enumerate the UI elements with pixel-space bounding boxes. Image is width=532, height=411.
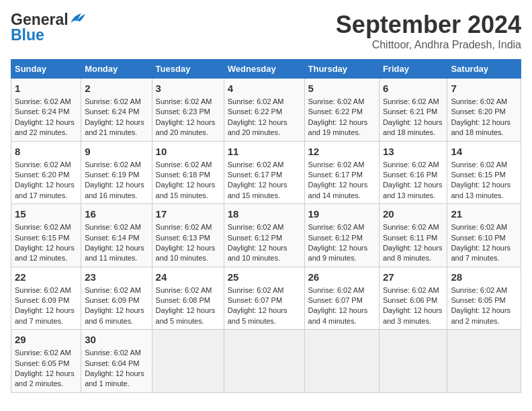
daylight-label: Daylight: 12 hours and 15 minutes. <box>228 181 287 199</box>
empty-cell <box>224 330 304 393</box>
day-number: 22 <box>15 270 77 284</box>
day-number: 7 <box>451 81 517 95</box>
sunset-label: Sunset: 6:12 PM <box>228 234 282 242</box>
sunrise-label: Sunrise: 6:02 AM <box>15 161 71 169</box>
logo-bird-icon <box>69 12 87 26</box>
daylight-label: Daylight: 12 hours and 1 minute. <box>85 369 144 387</box>
page-title: September 2024 <box>336 11 521 39</box>
sunset-label: Sunset: 6:09 PM <box>85 296 139 304</box>
sunset-label: Sunset: 6:07 PM <box>308 296 363 304</box>
calendar-cell: 14 Sunrise: 6:02 AM Sunset: 6:15 PM Dayl… <box>447 141 521 204</box>
sunrise-label: Sunrise: 6:02 AM <box>85 161 141 169</box>
sunset-label: Sunset: 6:12 PM <box>308 234 363 242</box>
daylight-label: Daylight: 12 hours and 9 minutes. <box>308 244 368 262</box>
daylight-label: Daylight: 12 hours and 2 minutes. <box>451 306 511 324</box>
calendar-cell: 18 Sunrise: 6:02 AM Sunset: 6:12 PM Dayl… <box>224 204 304 267</box>
sunrise-label: Sunrise: 6:02 AM <box>451 97 507 105</box>
day-number: 20 <box>383 207 444 221</box>
calendar-cell: 2 Sunrise: 6:02 AM Sunset: 6:24 PM Dayli… <box>81 79 152 142</box>
sunrise-label: Sunrise: 6:02 AM <box>85 286 141 294</box>
sunset-label: Sunset: 6:07 PM <box>228 296 282 304</box>
day-number: 27 <box>383 270 444 284</box>
sunrise-label: Sunrise: 6:02 AM <box>308 286 365 294</box>
col-friday: Friday <box>379 60 447 79</box>
daylight-label: Daylight: 12 hours and 18 minutes. <box>451 118 511 136</box>
calendar-cell: 15 Sunrise: 6:02 AM Sunset: 6:15 PM Dayl… <box>11 204 81 267</box>
calendar-cell: 27 Sunrise: 6:02 AM Sunset: 6:06 PM Dayl… <box>379 267 447 330</box>
calendar-cell: 4 Sunrise: 6:02 AM Sunset: 6:22 PM Dayli… <box>224 79 304 142</box>
daylight-label: Daylight: 12 hours and 15 minutes. <box>156 181 216 199</box>
calendar-row: 1 Sunrise: 6:02 AM Sunset: 6:24 PM Dayli… <box>11 79 521 142</box>
page-header: General Blue September 2024 Chittoor, An… <box>11 11 521 51</box>
calendar-cell: 6 Sunrise: 6:02 AM Sunset: 6:21 PM Dayli… <box>379 79 447 142</box>
daylight-label: Daylight: 12 hours and 17 minutes. <box>15 181 75 199</box>
day-number: 17 <box>156 207 220 221</box>
daylight-label: Daylight: 12 hours and 22 minutes. <box>15 118 75 136</box>
calendar-cell: 28 Sunrise: 6:02 AM Sunset: 6:05 PM Dayl… <box>447 267 521 330</box>
col-wednesday: Wednesday <box>224 60 304 79</box>
sunset-label: Sunset: 6:10 PM <box>451 234 505 242</box>
day-number: 24 <box>156 270 220 284</box>
calendar-cell: 22 Sunrise: 6:02 AM Sunset: 6:09 PM Dayl… <box>11 267 81 330</box>
daylight-label: Daylight: 12 hours and 2 minutes. <box>15 369 75 387</box>
calendar-row: 29 Sunrise: 6:02 AM Sunset: 6:05 PM Dayl… <box>11 330 521 393</box>
sunset-label: Sunset: 6:05 PM <box>451 296 505 304</box>
day-number: 19 <box>308 207 375 221</box>
daylight-label: Daylight: 12 hours and 8 minutes. <box>383 244 443 262</box>
day-number: 25 <box>228 270 301 284</box>
calendar-cell: 20 Sunrise: 6:02 AM Sunset: 6:11 PM Dayl… <box>379 204 447 267</box>
day-number: 3 <box>156 81 220 95</box>
sunset-label: Sunset: 6:05 PM <box>15 359 69 367</box>
daylight-label: Daylight: 12 hours and 5 minutes. <box>156 306 216 324</box>
col-monday: Monday <box>81 60 152 79</box>
calendar-cell: 29 Sunrise: 6:02 AM Sunset: 6:05 PM Dayl… <box>11 330 81 393</box>
sunrise-label: Sunrise: 6:02 AM <box>383 223 439 231</box>
sunrise-label: Sunrise: 6:02 AM <box>451 161 507 169</box>
sunrise-label: Sunrise: 6:02 AM <box>228 161 284 169</box>
sunset-label: Sunset: 6:15 PM <box>451 171 505 179</box>
sunrise-label: Sunrise: 6:02 AM <box>451 223 507 231</box>
day-number: 16 <box>85 207 148 221</box>
day-number: 28 <box>451 270 517 284</box>
day-number: 30 <box>85 332 148 347</box>
day-number: 12 <box>308 144 375 158</box>
sunrise-label: Sunrise: 6:02 AM <box>15 349 71 357</box>
sunrise-label: Sunrise: 6:02 AM <box>308 161 365 169</box>
sunrise-label: Sunrise: 6:02 AM <box>15 97 71 105</box>
calendar-row: 8 Sunrise: 6:02 AM Sunset: 6:20 PM Dayli… <box>11 141 521 204</box>
calendar-cell: 23 Sunrise: 6:02 AM Sunset: 6:09 PM Dayl… <box>81 267 152 330</box>
sunset-label: Sunset: 6:24 PM <box>15 107 69 116</box>
sunrise-label: Sunrise: 6:02 AM <box>15 286 71 294</box>
calendar-cell: 30 Sunrise: 6:02 AM Sunset: 6:04 PM Dayl… <box>81 330 152 393</box>
day-number: 9 <box>85 144 148 158</box>
calendar-table: Sunday Monday Tuesday Wednesday Thursday… <box>11 59 521 393</box>
day-number: 5 <box>308 81 375 95</box>
calendar-cell: 25 Sunrise: 6:02 AM Sunset: 6:07 PM Dayl… <box>224 267 304 330</box>
calendar-cell: 10 Sunrise: 6:02 AM Sunset: 6:18 PM Dayl… <box>152 141 224 204</box>
sunset-label: Sunset: 6:15 PM <box>15 234 69 242</box>
sunset-label: Sunset: 6:17 PM <box>228 171 282 179</box>
day-number: 15 <box>15 207 77 221</box>
calendar-body: 1 Sunrise: 6:02 AM Sunset: 6:24 PM Dayli… <box>11 79 521 393</box>
daylight-label: Daylight: 12 hours and 4 minutes. <box>308 306 368 324</box>
calendar-cell: 8 Sunrise: 6:02 AM Sunset: 6:20 PM Dayli… <box>11 141 81 204</box>
day-number: 1 <box>15 81 77 95</box>
daylight-label: Daylight: 12 hours and 12 minutes. <box>15 244 75 262</box>
sunset-label: Sunset: 6:24 PM <box>85 107 139 116</box>
sunset-label: Sunset: 6:21 PM <box>383 107 437 116</box>
sunset-label: Sunset: 6:06 PM <box>383 296 437 304</box>
sunset-label: Sunset: 6:22 PM <box>228 107 282 116</box>
calendar-cell: 12 Sunrise: 6:02 AM Sunset: 6:17 PM Dayl… <box>304 141 379 204</box>
sunrise-label: Sunrise: 6:02 AM <box>228 97 284 105</box>
daylight-label: Daylight: 12 hours and 7 minutes. <box>451 244 511 262</box>
calendar-header-row: Sunday Monday Tuesday Wednesday Thursday… <box>11 60 521 79</box>
calendar-cell: 17 Sunrise: 6:02 AM Sunset: 6:13 PM Dayl… <box>152 204 224 267</box>
daylight-label: Daylight: 12 hours and 18 minutes. <box>383 118 443 136</box>
sunrise-label: Sunrise: 6:02 AM <box>85 97 141 105</box>
day-number: 21 <box>451 207 517 221</box>
col-saturday: Saturday <box>447 60 521 79</box>
col-sunday: Sunday <box>11 60 81 79</box>
calendar-cell: 21 Sunrise: 6:02 AM Sunset: 6:10 PM Dayl… <box>447 204 521 267</box>
logo-blue: Blue <box>11 26 44 44</box>
daylight-label: Daylight: 12 hours and 10 minutes. <box>156 244 216 262</box>
